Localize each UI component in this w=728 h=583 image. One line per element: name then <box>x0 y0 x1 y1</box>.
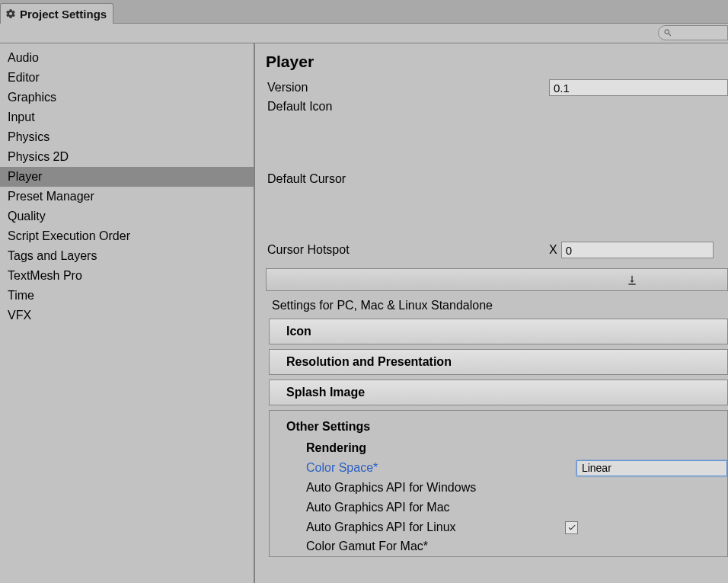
version-label: Version <box>267 81 549 94</box>
version-input[interactable] <box>549 79 728 96</box>
gear-icon <box>5 8 16 19</box>
toolbar-row <box>0 24 728 43</box>
sidebar-item-graphics[interactable]: Graphics <box>0 88 254 107</box>
hotspot-x-group: X <box>549 242 714 258</box>
sidebar-item-textmesh-pro[interactable]: TextMesh Pro <box>0 266 254 286</box>
auto-graphics-mac-row: Auto Graphics API for Mac <box>270 498 727 517</box>
auto-graphics-mac-label: Auto Graphics API for Mac <box>306 501 565 514</box>
cursor-hotspot-label: Cursor Hotspot <box>267 243 549 257</box>
cursor-hotspot-row: Cursor Hotspot X <box>255 239 728 261</box>
other-settings-title[interactable]: Other Settings <box>270 415 727 438</box>
search-icon <box>663 28 672 37</box>
window-tab-bar: Project Settings <box>0 0 728 24</box>
project-settings-tab-label: Project Settings <box>20 8 107 21</box>
default-cursor-label: Default Cursor <box>267 171 549 186</box>
sidebar-item-time[interactable]: Time <box>0 286 254 306</box>
hotspot-x-input[interactable] <box>561 242 714 258</box>
platform-selector-bar[interactable] <box>266 268 728 291</box>
rendering-heading: Rendering <box>270 438 727 458</box>
section-icon[interactable]: Icon <box>269 319 728 344</box>
sidebar-item-preset-manager[interactable]: Preset Manager <box>0 187 254 207</box>
content-panel: Player Version Default Icon Default Curs… <box>255 43 728 583</box>
color-space-dropdown[interactable]: Linear <box>576 460 727 476</box>
color-space-value: Linear <box>582 462 611 474</box>
page-title: Player <box>255 43 728 77</box>
download-arrow-icon <box>626 274 638 288</box>
color-gamut-mac-row: Color Gamut For Mac* <box>270 537 727 552</box>
auto-graphics-windows-row: Auto Graphics API for Windows <box>270 478 727 498</box>
default-cursor-row: Default Cursor <box>255 171 728 239</box>
version-row: Version <box>255 77 728 98</box>
default-icon-row: Default Icon <box>255 98 728 171</box>
sidebar-item-quality[interactable]: Quality <box>0 207 254 226</box>
sidebar-item-input[interactable]: Input <box>0 107 254 127</box>
section-resolution[interactable]: Resolution and Presentation <box>269 349 728 375</box>
section-splash[interactable]: Splash Image <box>269 380 728 405</box>
sidebar-item-physics-2d[interactable]: Physics 2D <box>0 147 254 167</box>
sidebar-item-vfx[interactable]: VFX <box>0 306 254 325</box>
search-input[interactable] <box>658 25 728 40</box>
sidebar-item-physics[interactable]: Physics <box>0 127 254 147</box>
color-space-row: Color Space* Linear <box>270 458 727 478</box>
hotspot-x-axis-label: X <box>549 243 557 257</box>
auto-graphics-linux-checkbox[interactable] <box>565 521 578 534</box>
sidebar-item-audio[interactable]: Audio <box>0 48 254 68</box>
project-settings-tab[interactable]: Project Settings <box>0 3 113 24</box>
platform-settings-title: Settings for PC, Mac & Linux Standalone <box>255 291 728 319</box>
sidebar-item-script-execution-order[interactable]: Script Execution Order <box>0 226 254 246</box>
main-area: Audio Editor Graphics Input Physics Phys… <box>0 43 728 583</box>
auto-graphics-linux-row: Auto Graphics API for Linux <box>270 517 727 537</box>
section-other-settings: Other Settings Rendering Color Space* Li… <box>269 410 728 557</box>
color-space-label: Color Space* <box>306 461 565 475</box>
sidebar-item-tags-layers[interactable]: Tags and Layers <box>0 246 254 266</box>
default-icon-label: Default Icon <box>267 98 549 114</box>
auto-graphics-linux-label: Auto Graphics API for Linux <box>306 521 565 534</box>
color-gamut-mac-label: Color Gamut For Mac* <box>306 540 565 552</box>
auto-graphics-windows-label: Auto Graphics API for Windows <box>306 481 565 495</box>
sidebar-item-player[interactable]: Player <box>0 167 254 187</box>
settings-sidebar: Audio Editor Graphics Input Physics Phys… <box>0 43 255 583</box>
sidebar-item-editor[interactable]: Editor <box>0 68 254 88</box>
